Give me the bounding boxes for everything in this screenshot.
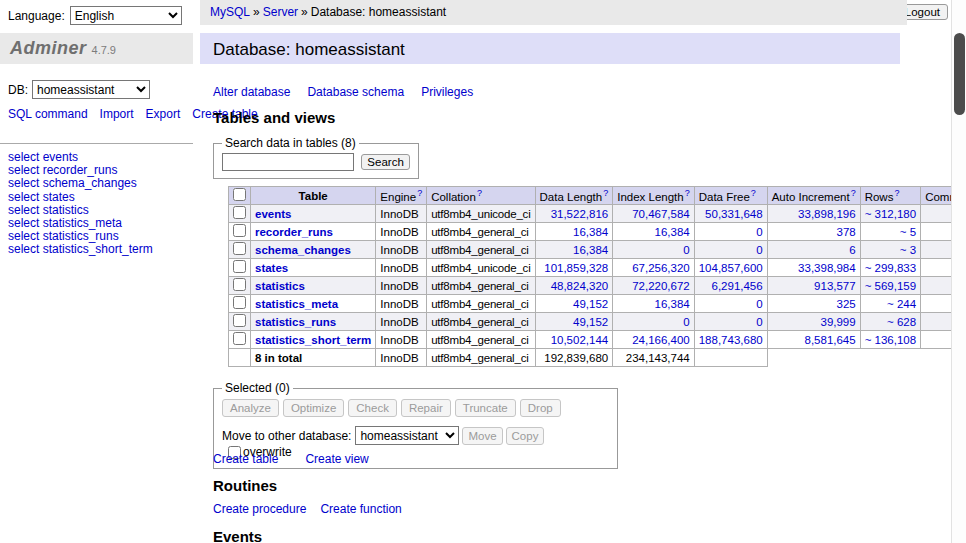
data-length-link[interactable]: 10,502,144 [551, 334, 609, 346]
sidebar-action-link[interactable]: SQL command [8, 107, 88, 121]
rows-count-link[interactable]: ~ 312,180 [865, 208, 916, 220]
search-button[interactable]: Search [361, 154, 409, 170]
table-name-link[interactable]: statistics_short_term [255, 334, 371, 346]
move-db-select[interactable]: homeassistant [355, 426, 459, 445]
help-link[interactable]: ? [603, 188, 608, 198]
database-action-link[interactable]: Database schema [307, 85, 404, 99]
row-select-checkbox[interactable] [233, 314, 246, 327]
data-length-link[interactable]: 31,522,816 [551, 208, 609, 220]
table-row: statistics_short_term InnoDB utf8mb4_gen… [229, 331, 966, 349]
database-action-link[interactable]: Alter database [213, 85, 290, 99]
table-name-link[interactable]: recorder_runs [255, 226, 333, 238]
create-link[interactable]: Create view [305, 452, 368, 466]
rows-count-link[interactable]: ~ 3 [900, 244, 916, 256]
routine-create-link[interactable]: Create function [320, 502, 401, 516]
data-free-link[interactable]: 104,857,600 [699, 262, 763, 274]
table-name-link[interactable]: statistics_meta [255, 298, 338, 310]
help-link[interactable]: ? [477, 188, 482, 198]
auto-increment-link[interactable]: 325 [836, 298, 855, 310]
row-select-checkbox[interactable] [233, 296, 246, 309]
table-header-row: Table Engine? Collation? Data Length? In… [229, 187, 966, 205]
select-all-checkbox[interactable] [233, 188, 246, 201]
data-free-link[interactable]: 0 [756, 298, 762, 310]
row-select-checkbox[interactable] [233, 332, 246, 345]
help-link[interactable]: ? [685, 188, 690, 198]
selected-action-button[interactable]: Analyze [222, 399, 279, 417]
sidebar-table-link[interactable]: select schema_changes [8, 177, 153, 190]
auto-increment-link[interactable]: 913,577 [814, 280, 856, 292]
db-selector: DB:homeassistant [8, 80, 150, 99]
table-name-link[interactable]: statistics [255, 280, 305, 292]
auto-increment-link[interactable]: 6 [849, 244, 855, 256]
db-select[interactable]: homeassistant [32, 80, 150, 99]
data-length-link[interactable]: 101,859,328 [544, 262, 608, 274]
table-name-link[interactable]: statistics_runs [255, 316, 336, 328]
index-length-link[interactable]: 16,384 [655, 226, 690, 238]
data-free-link[interactable]: 0 [756, 226, 762, 238]
data-free-link[interactable]: 0 [756, 316, 762, 328]
data-length-link[interactable]: 49,152 [573, 298, 608, 310]
index-length-link[interactable]: 67,256,320 [632, 262, 690, 274]
rows-count-link[interactable]: ~ 628 [887, 316, 916, 328]
index-length-link[interactable]: 0 [683, 244, 689, 256]
table-name-link[interactable]: states [255, 262, 288, 274]
help-link[interactable]: ? [851, 188, 856, 198]
rows-count-link[interactable]: ~ 136,108 [865, 334, 916, 346]
data-free-link[interactable]: 50,331,648 [705, 208, 763, 220]
index-length-link[interactable]: 0 [683, 316, 689, 328]
auto-increment-link[interactable]: 8,581,645 [805, 334, 856, 346]
data-length-link[interactable]: 49,152 [573, 316, 608, 328]
create-link[interactable]: Create table [213, 452, 278, 466]
rows-count-link[interactable]: ~ 244 [887, 298, 916, 310]
data-length-link[interactable]: 16,384 [573, 226, 608, 238]
database-action-link[interactable]: Privileges [421, 85, 473, 99]
copy-button[interactable]: Copy [506, 427, 545, 445]
breadcrumb-current: Database: homeassistant [311, 5, 446, 19]
routine-create-link[interactable]: Create procedure [213, 502, 306, 516]
auto-increment-link[interactable]: 33,398,984 [798, 262, 856, 274]
column-header-collation: Collation? [427, 187, 535, 205]
scrollbar[interactable] [951, 0, 966, 543]
row-select-checkbox[interactable] [233, 242, 246, 255]
selected-action-button[interactable]: Truncate [455, 399, 516, 417]
rows-count-link[interactable]: ~ 299,833 [865, 262, 916, 274]
index-length-link[interactable]: 70,467,584 [632, 208, 690, 220]
table-name-link[interactable]: schema_changes [255, 244, 351, 256]
row-select-checkbox[interactable] [233, 224, 246, 237]
help-link[interactable]: ? [417, 188, 422, 198]
data-length-link[interactable]: 16,384 [573, 244, 608, 256]
breadcrumb-server-link[interactable]: Server [263, 5, 298, 19]
auto-increment-link[interactable]: 39,999 [820, 316, 855, 328]
scrollbar-thumb[interactable] [954, 33, 965, 115]
row-select-checkbox[interactable] [233, 260, 246, 273]
data-free-link[interactable]: 6,291,456 [712, 280, 763, 292]
index-length-link[interactable]: 72,220,672 [632, 280, 690, 292]
rows-count-link[interactable]: ~ 5 [900, 226, 916, 238]
column-header-table: Table [251, 187, 376, 205]
rows-count-link[interactable]: ~ 569,159 [865, 280, 916, 292]
sidebar-table-link[interactable]: select states [8, 191, 153, 204]
sidebar-table-link[interactable]: select statistics_short_term [8, 243, 153, 256]
table-name-link[interactable]: events [255, 208, 291, 220]
selected-action-button[interactable]: Optimize [283, 399, 344, 417]
selected-action-button[interactable]: Check [348, 399, 397, 417]
data-free-link[interactable]: 188,743,680 [699, 334, 763, 346]
row-select-checkbox[interactable] [233, 206, 246, 219]
sidebar-action-link[interactable]: Import [100, 107, 134, 121]
move-button[interactable]: Move [462, 427, 502, 445]
help-link[interactable]: ? [894, 188, 899, 198]
index-length-link[interactable]: 24,166,400 [632, 334, 690, 346]
row-select-checkbox[interactable] [233, 278, 246, 291]
search-input[interactable] [222, 153, 354, 171]
data-length-link[interactable]: 48,824,320 [551, 280, 609, 292]
selected-action-button[interactable]: Repair [401, 399, 451, 417]
selected-action-button[interactable]: Drop [520, 399, 561, 417]
data-free-link[interactable]: 0 [756, 244, 762, 256]
help-link[interactable]: ? [751, 188, 756, 198]
sidebar-action-link[interactable]: Export [146, 107, 181, 121]
auto-increment-link[interactable]: 378 [836, 226, 855, 238]
language-select[interactable]: English [70, 6, 182, 25]
auto-increment-link[interactable]: 33,898,196 [798, 208, 856, 220]
breadcrumb-mysql-link[interactable]: MySQL [210, 5, 250, 19]
index-length-link[interactable]: 16,384 [655, 298, 690, 310]
